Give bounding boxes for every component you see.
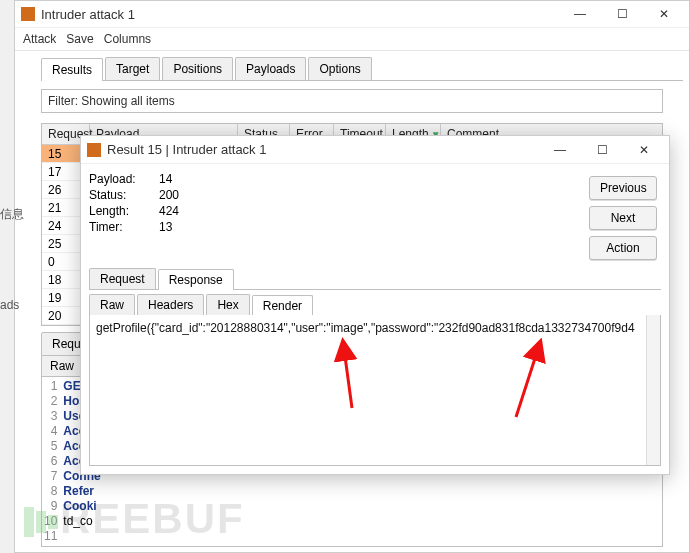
tab-payloads[interactable]: Payloads (235, 57, 306, 80)
app-icon (87, 143, 101, 157)
cropped-label-a: 信息 (0, 206, 24, 223)
dialog-titlebar: Result 15 | Intruder attack 1 ― ☐ ✕ (81, 136, 669, 164)
scrollbar[interactable] (646, 315, 660, 465)
length-value: 424 (159, 204, 179, 218)
menu-bar: Attack Save Columns (15, 28, 689, 51)
menu-attack[interactable]: Attack (23, 32, 56, 46)
menu-save[interactable]: Save (66, 32, 93, 46)
close-button[interactable]: ✕ (643, 1, 685, 27)
render-pane[interactable]: getProfile({"card_id":"20128880314","use… (89, 315, 661, 466)
main-tabs: Results Target Positions Payloads Option… (41, 57, 683, 81)
minimize-button[interactable]: ― (559, 1, 601, 27)
tab-request[interactable]: Request (89, 268, 156, 289)
dialog-title: Result 15 | Intruder attack 1 (107, 142, 266, 157)
viewtab-headers[interactable]: Headers (137, 294, 204, 315)
action-button[interactable]: Action (589, 236, 657, 260)
result-dialog: Result 15 | Intruder attack 1 ― ☐ ✕ Payl… (80, 135, 670, 475)
timer-label: Timer: (89, 220, 159, 234)
watermark: REEBUF (24, 495, 245, 543)
dialog-maximize-button[interactable]: ☐ (581, 137, 623, 163)
subtab-raw[interactable]: Raw (41, 356, 83, 377)
dialog-view-tabs: Raw Headers Hex Render (89, 294, 661, 315)
render-text: getProfile({"card_id":"20128880314","use… (96, 321, 635, 335)
dialog-close-button[interactable]: ✕ (623, 137, 665, 163)
payload-label: Payload: (89, 172, 159, 186)
app-icon (21, 7, 35, 21)
length-label: Length: (89, 204, 159, 218)
dialog-minimize-button[interactable]: ― (539, 137, 581, 163)
next-button[interactable]: Next (589, 206, 657, 230)
main-titlebar: Intruder attack 1 ― ☐ ✕ (15, 1, 689, 28)
filter-bar[interactable]: Filter: Showing all items (41, 89, 663, 113)
tab-positions[interactable]: Positions (162, 57, 233, 80)
menu-columns[interactable]: Columns (104, 32, 151, 46)
previous-button[interactable]: Previous (589, 176, 657, 200)
cropped-label-b: ads (0, 298, 19, 312)
tab-results[interactable]: Results (41, 58, 103, 81)
viewtab-hex[interactable]: Hex (206, 294, 249, 315)
tab-response[interactable]: Response (158, 269, 234, 290)
tab-target[interactable]: Target (105, 57, 160, 80)
dialog-main-tabs: Request Response (89, 268, 661, 290)
timer-value: 13 (159, 220, 172, 234)
status-label: Status: (89, 188, 159, 202)
window-title: Intruder attack 1 (41, 7, 135, 22)
tab-options[interactable]: Options (308, 57, 371, 80)
viewtab-raw[interactable]: Raw (89, 294, 135, 315)
status-value: 200 (159, 188, 179, 202)
payload-value: 14 (159, 172, 172, 186)
viewtab-render[interactable]: Render (252, 295, 313, 316)
maximize-button[interactable]: ☐ (601, 1, 643, 27)
